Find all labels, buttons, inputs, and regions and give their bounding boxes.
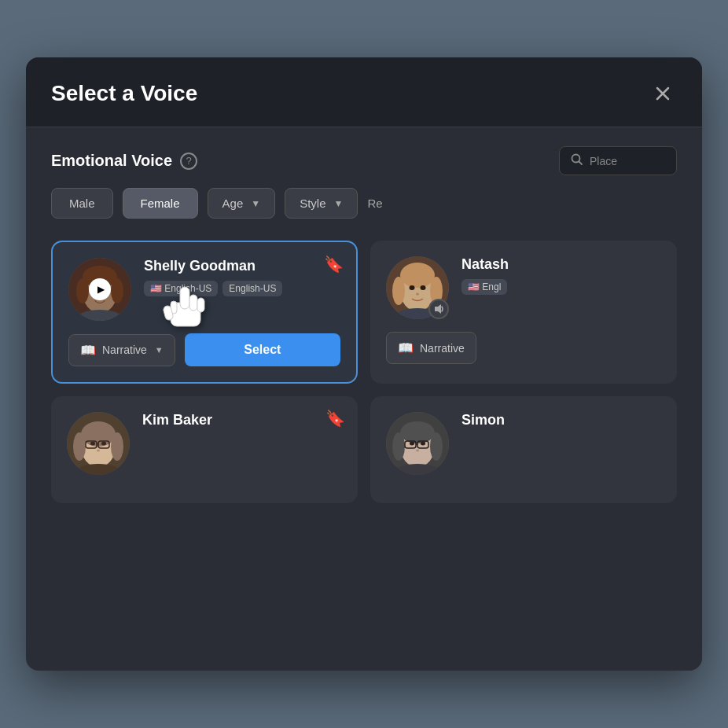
play-icon-shelly: ▶ [89,278,111,300]
voice-name-shelly: Shelly Goodman [144,258,340,274]
card-info-natasha: Natash 🇺🇸 Engl [461,256,661,295]
modal-header: Select a Voice [26,57,702,127]
svg-point-47 [421,442,425,446]
svg-point-51 [416,450,419,452]
help-icon[interactable]: ? [180,153,197,170]
search-icon [571,153,583,168]
voice-card-shelly[interactable]: ▶ Shelly Goodman 🇺🇸 English-US English-U… [51,241,358,384]
avatar-shelly: ▶ [68,258,131,321]
svg-point-24 [410,285,415,290]
svg-point-33 [111,432,123,461]
svg-point-22 [392,277,405,305]
tag-english-us-1: 🇺🇸 English-US [144,281,218,296]
avatar-kim [67,412,130,475]
voice-card-kim[interactable]: Kim Baker 🔖 [51,396,358,503]
svg-point-39 [97,450,100,452]
book-icon-natasha: 📖 [398,340,414,355]
card-top-natasha: Natash 🇺🇸 Engl [386,256,661,319]
search-box[interactable]: Place [559,146,677,175]
voice-name-natasha: Natash [461,256,661,273]
voice-card-simon[interactable]: Simon [370,396,677,503]
voice-cards-grid: ▶ Shelly Goodman 🇺🇸 English-US English-U… [26,234,702,522]
tag-english-us-2: English-US [222,281,282,296]
svg-point-35 [101,442,106,446]
modal-title: Select a Voice [51,81,197,106]
svg-point-46 [410,442,414,446]
tag-engl-natasha: 🇺🇸 Engl [461,279,507,295]
svg-point-44 [392,432,405,461]
play-overlay-shelly[interactable]: ▶ [68,258,131,321]
sub-header: Emotional Voice ? Place [26,127,702,188]
book-icon-shelly: 📖 [80,343,96,358]
avatar-simon [386,412,449,475]
section-title-row: Emotional Voice ? [51,152,197,170]
female-filter-button[interactable]: Female [123,188,198,219]
card-info-simon: Simon [461,412,661,435]
card-bottom-shelly: 📖 Narrative ▼ Select [68,333,340,366]
style-label: Style [300,197,325,210]
tags-row-natasha: 🇺🇸 Engl [461,279,661,295]
style-text-shelly: Narrative [102,344,147,356]
select-button-shelly[interactable]: Select [185,333,340,366]
avatar-circle-simon [386,412,449,475]
avatar-natasha [386,256,449,319]
close-button[interactable] [649,79,677,108]
reset-label[interactable]: Re [367,197,382,210]
search-placeholder: Place [590,155,617,167]
age-filter-dropdown[interactable]: Age ▼ [208,188,276,219]
tags-row-shelly: 🇺🇸 English-US English-US [144,281,340,296]
card-info-shelly: Shelly Goodman 🇺🇸 English-US English-US [144,258,340,296]
svg-point-32 [73,432,86,461]
bookmark-button-shelly[interactable]: 🔖 [324,255,344,274]
card-top-kim: Kim Baker [67,412,342,475]
card-top-shelly: ▶ Shelly Goodman 🇺🇸 English-US English-U… [68,258,340,321]
age-chevron-icon: ▼ [251,198,260,209]
card-top-simon: Simon [386,412,661,475]
avatar-svg-simon [386,412,449,475]
style-chevron-icon: ▼ [334,198,344,209]
voice-name-kim: Kim Baker [142,412,342,428]
avatar-circle-kim [67,412,130,475]
avatar-svg-kim [67,412,130,475]
style-text-natasha: Narrative [420,342,465,355]
close-icon [655,86,671,101]
svg-point-34 [90,442,95,446]
bookmark-button-kim[interactable]: 🔖 [325,409,345,428]
style-chevron-shelly: ▼ [155,345,164,355]
style-filter-dropdown[interactable]: Style ▼ [285,188,358,219]
filter-row: Male Female Age ▼ Style ▼ Re [26,188,702,234]
style-dropdown-shelly[interactable]: 📖 Narrative ▼ [68,334,175,366]
section-title: Emotional Voice [51,152,172,170]
svg-point-45 [430,432,443,461]
card-info-kim: Kim Baker [142,412,342,435]
svg-point-43 [400,421,435,443]
svg-marker-28 [435,304,441,314]
svg-point-26 [416,293,419,296]
svg-point-21 [400,263,435,288]
voice-card-natasha[interactable]: Natash 🇺🇸 Engl 📖 Narrative [370,241,677,384]
age-label: Age [222,197,244,210]
style-dropdown-natasha[interactable]: 📖 Narrative [386,332,476,364]
male-filter-button[interactable]: Male [51,188,113,219]
voice-selection-modal: Select a Voice Emotional Voice ? Place M… [26,57,702,671]
voice-name-simon: Simon [461,412,661,428]
speaker-icon-natasha[interactable] [428,299,449,319]
card-bottom-natasha: 📖 Narrative [386,332,661,364]
svg-line-3 [579,162,583,165]
svg-point-25 [421,285,426,290]
